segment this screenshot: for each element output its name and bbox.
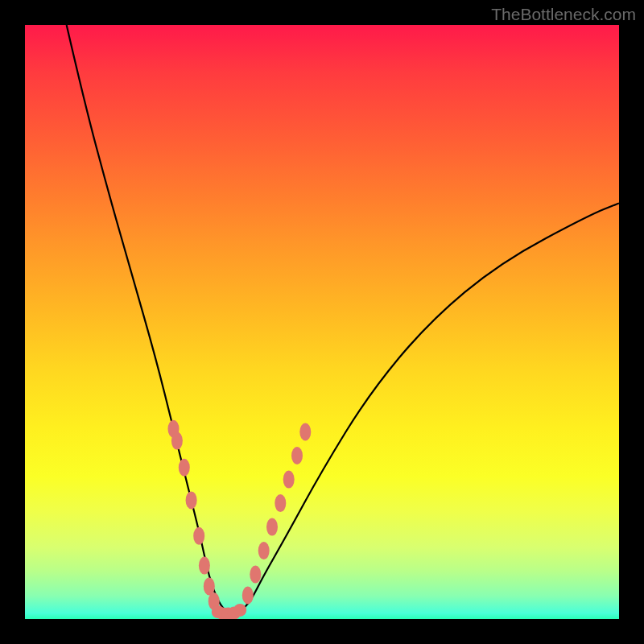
svg-point-3 [186, 491, 197, 509]
svg-point-2 [179, 459, 190, 477]
svg-point-14 [250, 566, 261, 584]
svg-point-5 [199, 557, 210, 575]
plot-area [25, 25, 619, 619]
svg-point-18 [283, 471, 295, 489]
svg-point-17 [275, 494, 286, 512]
svg-point-20 [299, 423, 311, 441]
svg-point-4 [193, 527, 204, 545]
scatter-bottom [212, 604, 246, 619]
svg-point-1 [171, 432, 183, 450]
svg-point-12 [233, 604, 246, 617]
svg-point-19 [291, 447, 303, 464]
svg-point-13 [242, 587, 254, 605]
watermark-text: TheBottleneck.com [491, 5, 636, 24]
chart-svg [25, 25, 619, 619]
scatter-left-branch [168, 420, 220, 610]
scatter-right-branch [242, 423, 312, 605]
svg-point-16 [266, 518, 278, 536]
bottleneck-curve [67, 25, 619, 613]
svg-point-15 [258, 542, 270, 559]
